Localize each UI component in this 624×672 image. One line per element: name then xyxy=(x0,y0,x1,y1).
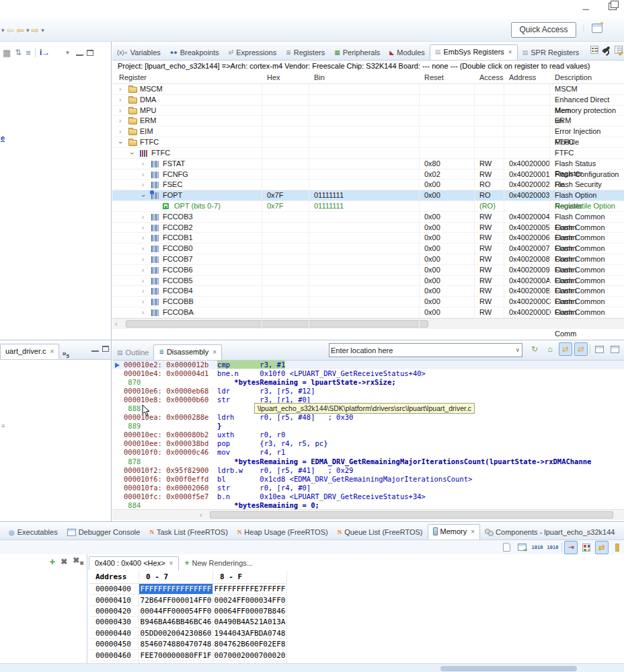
collapse-icon[interactable]: › xyxy=(138,194,149,196)
register-row-fccob5[interactable]: ›FCCOB50x00RW0x4002000AFlash Common Comm xyxy=(112,276,624,287)
memory-cell[interactable]: FFFFFFFFFE7FFFFF xyxy=(213,584,287,594)
column-header-access[interactable]: Access xyxy=(479,73,503,81)
disasm-line[interactable]: 000010f6: 0x00f0effd bl 0x1cd8 <EDMA_DRV… xyxy=(112,475,624,484)
disasm-line[interactable]: 000010e4: 0x000004d1 bne.n 0x10f0 <LPUAR… xyxy=(112,369,624,378)
register-row-fccobb[interactable]: ›FCCOBB0x00RW0x4002000CFlash Common Comm xyxy=(112,297,624,307)
close-icon[interactable]: × xyxy=(50,348,54,355)
wrench-icon[interactable] xyxy=(602,46,610,53)
forward-icon[interactable]: ⇨ xyxy=(32,25,40,36)
bottom-tab-debugger-console[interactable]: Debugger Console xyxy=(63,525,145,539)
disasm-line[interactable]: 000010ea: 0x0000288e ldrh r0, [r5, #48] … xyxy=(112,413,624,422)
sort-icon[interactable]: ⇅ xyxy=(15,48,22,57)
register-row-fccob0[interactable]: ›FCCOB00x00RW0x40020007Flash Common Comm xyxy=(112,244,624,254)
memory-row-00000420[interactable]: 0000042000044FF000054FF000064FF00007B846 xyxy=(89,606,287,617)
disasm-line[interactable]: 000010ec: 0x000080b2 uxth r0, r0 xyxy=(112,431,624,439)
memory-cell[interactable]: 0070002000700020 xyxy=(213,650,287,660)
close-icon[interactable]: × xyxy=(471,528,475,535)
bottom-tab-memory[interactable]: Memory× xyxy=(428,524,481,539)
maximize-view-icon[interactable] xyxy=(102,346,109,352)
register-list-icon[interactable] xyxy=(590,46,598,54)
register-row-fccob7[interactable]: ›FCCOB70x00RW0x40020008Flash Common Comm xyxy=(112,254,624,265)
column-header-address[interactable]: Address xyxy=(509,73,536,81)
disasm-line[interactable]: 884 *bytesRemaining = 0; xyxy=(112,501,624,510)
tab-modules[interactable]: ◣Modules xyxy=(385,46,430,60)
form-icon[interactable] xyxy=(615,46,623,54)
memory-monitors-panel[interactable]: + ✖ ✖✖ xyxy=(0,554,87,663)
disassembly-hscrollbar[interactable]: ‹ xyxy=(112,509,624,520)
bottom-tab-executables[interactable]: ◎Executables xyxy=(4,525,63,539)
memory-row-00000410[interactable]: 0000041072B64FF000014FF000024FF000034FF0 xyxy=(89,595,287,605)
sync-selection-icon[interactable]: ⇄ xyxy=(574,342,588,356)
memory-cell[interactable]: 05DD002004230860 xyxy=(139,628,213,638)
bottom-tab-queue-list-freertos-[interactable]: NQueue List (FreeRTOS) xyxy=(333,525,428,539)
expand-icon[interactable]: › xyxy=(142,276,144,287)
column-header-description[interactable]: Description xyxy=(555,73,592,81)
step-indicator-icon[interactable]: i→ xyxy=(40,48,50,57)
register-row-fccoba[interactable]: ›FCCOBA0x00RW0x4002000DFlash Common Comm xyxy=(112,307,624,318)
expand-icon[interactable]: › xyxy=(142,297,144,307)
memory-row-00000450[interactable]: 000004508546074880470748804762B600F02EF8 xyxy=(89,639,287,650)
link-renderings-icon[interactable]: ⇥ xyxy=(564,541,578,554)
expand-icon[interactable]: › xyxy=(119,126,121,137)
register-row-fccob6[interactable]: ›FCCOB60x00RW0x40020009Flash Common Comm xyxy=(112,265,624,276)
view-menu-icon[interactable]: ▾ xyxy=(66,49,69,56)
register-row-fccob1[interactable]: ›FCCOB10x00RW0x40020006Flash Common Comm xyxy=(112,233,624,244)
home-icon[interactable]: ⌂ xyxy=(543,342,557,356)
register-hscrollbar[interactable]: ‹ xyxy=(112,318,624,329)
editor-tab-lpuart-driver[interactable]: uart_driver.c × xyxy=(0,344,59,359)
open-perspective-icon[interactable] xyxy=(592,24,602,33)
register-row-fsec[interactable]: ›FSEC0x00RO0x40020002Flash Security Regi… xyxy=(112,180,624,190)
memory-cell[interactable]: 1944043AFBDA0748 xyxy=(213,628,287,638)
binary-rendering-icon[interactable]: 1010 xyxy=(546,541,559,554)
refresh-icon[interactable]: ↻ xyxy=(528,342,541,356)
remove-all-monitors-icon[interactable]: ✖✖ xyxy=(73,556,84,566)
disasm-line[interactable]: 878 *bytesRemaining = EDMA_DRV_GetRemain… xyxy=(112,457,624,466)
disasm-line[interactable]: 000010ee: 0x000038bd pop {r3, r4, r5, pc… xyxy=(112,439,624,448)
disasm-line[interactable]: 000010f0: 0x00000c46 mov r4, r1 xyxy=(112,448,624,457)
hex-rendering-icon[interactable]: 1010 xyxy=(531,541,544,554)
memory-cell[interactable]: B946BA46BB46BC46 xyxy=(139,617,213,627)
split-rendering-icon[interactable] xyxy=(580,541,593,554)
scrollbar-thumb[interactable] xyxy=(210,511,613,519)
tab-spr-registers[interactable]: ▤SPR Registers xyxy=(518,46,584,60)
column-header-bin[interactable]: Bin xyxy=(314,73,325,81)
register-row-fopt[interactable]: ›FOPT0x7F011111110x00RO0x40020003Flash O… xyxy=(112,190,624,201)
disasm-line[interactable]: 870 *bytesRemaining = lpuartState->rxSiz… xyxy=(112,378,624,387)
hidden-tabs-chevron[interactable]: »5 xyxy=(62,349,69,359)
memory-cell[interactable]: 72B64FF000014FF0 xyxy=(139,595,213,605)
expand-icon[interactable]: › xyxy=(119,116,121,126)
expand-icon[interactable]: › xyxy=(142,170,144,180)
expand-icon[interactable]: › xyxy=(142,212,144,223)
expand-icon[interactable]: › xyxy=(119,84,121,95)
register-row-eim[interactable]: ›EIMError Injection Module xyxy=(112,126,624,137)
list-menu-icon[interactable]: ≡ xyxy=(26,48,31,58)
dropdown-icon[interactable]: ▾ xyxy=(1,27,5,34)
register-row-ftfc[interactable]: ›FTFCFTFC xyxy=(112,137,624,148)
scroll-left-icon[interactable]: ‹ xyxy=(115,320,118,328)
scrollbar-thumb[interactable] xyxy=(126,320,428,328)
minimize-view-icon[interactable] xyxy=(91,346,99,352)
chevron-down-icon[interactable]: ∨ xyxy=(515,346,520,353)
expand-icon[interactable]: › xyxy=(142,244,144,254)
memory-cell[interactable]: 00024FF000034FF0 xyxy=(213,595,287,605)
expand-icon[interactable]: › xyxy=(142,223,144,233)
close-icon[interactable]: × xyxy=(169,560,173,567)
register-row-ftfc[interactable]: ›FTFCFTFC xyxy=(112,148,624,159)
register-row-fccob2[interactable]: ›FCCOB20x00RW0x40020005Flash Common Comm xyxy=(112,223,624,233)
expand-icon[interactable]: › xyxy=(142,233,144,244)
register-row-fccob4[interactable]: ›FCCOB40x00RW0x4002000BFlash Common Comm xyxy=(112,286,624,297)
memory-row-00000430[interactable]: 00000430B946BA46BB46BC460A490B4A521A013A xyxy=(89,617,287,628)
rendering-tab-hex[interactable]: 0x400 : 0x400 <Hex> × xyxy=(89,556,179,570)
tab-peripherals[interactable]: ▦Peripherals xyxy=(329,46,385,60)
register-row-mpu[interactable]: ›MPUMemory protection un xyxy=(112,106,624,116)
quick-access-button[interactable]: Quick Access xyxy=(511,22,576,38)
memory-row-00000400[interactable]: 00000400FFFFFFFFFFFFFFFFFFFFFFFFFE7FFFFF xyxy=(89,584,287,595)
tab-variables[interactable]: (x)=Variables xyxy=(112,46,165,60)
disasm-line[interactable]: 000010fa: 0x00002060 str r0, [r4, #0] xyxy=(112,484,624,492)
disasm-line[interactable]: 889 } xyxy=(112,422,624,431)
back-icon[interactable]: ⇦ xyxy=(16,25,24,36)
remove-monitor-icon[interactable]: ✖ xyxy=(61,557,67,566)
new-rendering-icon[interactable] xyxy=(500,541,513,554)
register-row-fccob3[interactable]: ›FCCOB30x00RW0x40020004Flash Common Comm xyxy=(112,212,624,223)
scroll-left-icon[interactable]: ‹ xyxy=(200,511,202,519)
